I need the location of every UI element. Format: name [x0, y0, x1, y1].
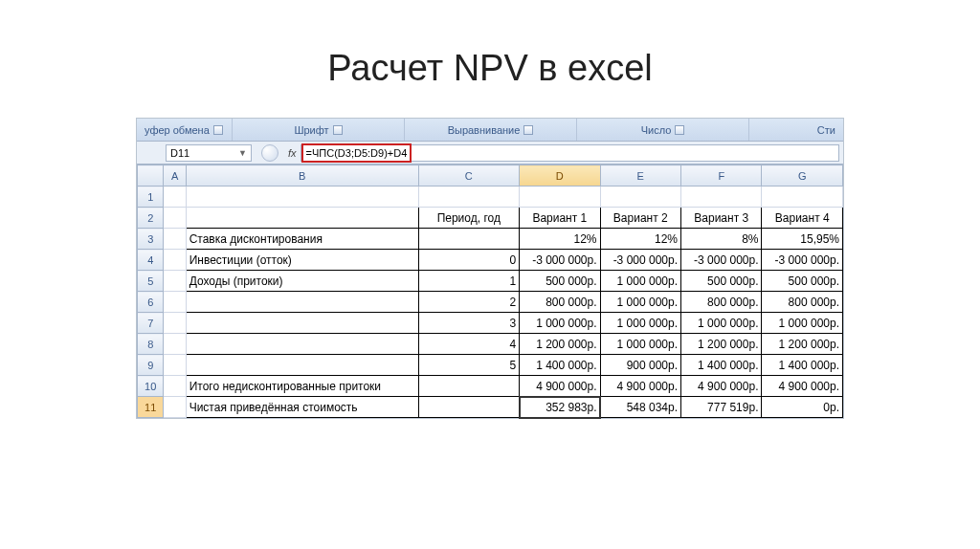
cell[interactable]: Доходы (притоки) — [186, 271, 418, 292]
cell[interactable]: 5 — [418, 355, 520, 376]
row-header[interactable]: 4 — [138, 250, 164, 271]
cell[interactable]: 1 200 000р. — [681, 334, 762, 355]
cell[interactable]: -3 000 000р. — [520, 250, 600, 271]
col-header-D[interactable]: D — [520, 165, 600, 187]
cell[interactable]: 1 000 000р. — [520, 313, 600, 334]
ribbon-group-font[interactable]: Шрифт — [233, 119, 405, 141]
cell[interactable]: 4 — [418, 334, 520, 355]
cell[interactable] — [186, 334, 418, 355]
cell[interactable]: -3 000 000р. — [600, 250, 680, 271]
cell[interactable] — [418, 187, 520, 208]
row-header[interactable]: 5 — [138, 271, 164, 292]
cell[interactable]: -3 000 000р. — [762, 250, 843, 271]
cell[interactable]: 8% — [681, 229, 762, 250]
cell[interactable]: 4 900 000р. — [762, 376, 843, 397]
cell[interactable]: 0 — [418, 250, 520, 271]
fx-icon[interactable]: fx — [288, 147, 297, 159]
cell[interactable]: 1 200 000р. — [520, 334, 600, 355]
row-header[interactable]: 8 — [138, 334, 164, 355]
cell[interactable] — [164, 208, 186, 229]
dialog-launcher-icon[interactable] — [523, 125, 533, 135]
cell[interactable]: 3 — [418, 313, 520, 334]
cell[interactable]: 12% — [600, 229, 680, 250]
name-box[interactable]: D11 ▼ — [166, 144, 252, 162]
cell[interactable] — [164, 313, 186, 334]
cell[interactable]: Ставка дисконтирования — [186, 229, 418, 250]
cell[interactable]: 4 900 000р. — [520, 376, 600, 397]
cell[interactable]: 777 519р. — [681, 397, 762, 418]
ribbon-group-styles[interactable]: Сти — [749, 119, 843, 141]
col-header-E[interactable]: E — [600, 165, 680, 187]
cell[interactable] — [164, 250, 186, 271]
select-all-corner[interactable] — [138, 165, 164, 187]
ribbon-group-number[interactable]: Число — [577, 119, 749, 141]
cell[interactable]: 800 000р. — [520, 292, 600, 313]
cell[interactable]: Вариант 1 — [520, 208, 600, 229]
row-header[interactable]: 10 — [138, 376, 164, 397]
cell[interactable] — [762, 187, 843, 208]
col-header-F[interactable]: F — [681, 165, 762, 187]
dialog-launcher-icon[interactable] — [333, 125, 343, 135]
cell[interactable] — [186, 208, 418, 229]
cell[interactable]: Период, год — [418, 208, 520, 229]
cell[interactable] — [164, 355, 186, 376]
cell[interactable]: Инвестиции (отток) — [186, 250, 418, 271]
cell[interactable]: 1 — [418, 271, 520, 292]
cell[interactable] — [164, 334, 186, 355]
cell[interactable] — [164, 187, 186, 208]
cell[interactable] — [164, 271, 186, 292]
formula-input[interactable]: =ЧПС(D3;D5:D9)+D4 — [301, 144, 839, 162]
cell[interactable] — [418, 376, 520, 397]
cell[interactable]: 548 034р. — [600, 397, 680, 418]
col-header-A[interactable]: A — [164, 165, 186, 187]
ribbon-group-clipboard[interactable]: уфер обмена — [137, 119, 233, 141]
cell[interactable] — [186, 355, 418, 376]
cell[interactable] — [164, 292, 186, 313]
cell[interactable] — [164, 229, 186, 250]
cell[interactable]: 500 000р. — [681, 271, 762, 292]
ribbon-group-alignment[interactable]: Выравнивание — [405, 119, 577, 141]
cell[interactable]: 1 000 000р. — [600, 334, 680, 355]
cell[interactable]: 4 900 000р. — [681, 376, 762, 397]
row-header[interactable]: 3 — [138, 229, 164, 250]
chevron-down-icon[interactable]: ▼ — [238, 148, 247, 158]
cell[interactable]: 1 000 000р. — [600, 271, 680, 292]
worksheet[interactable]: A B C D E F G 1 2 Период, год Вариант 1 — [137, 165, 843, 418]
cell[interactable]: 1 400 000р. — [762, 355, 843, 376]
cell[interactable] — [681, 187, 762, 208]
cell[interactable] — [186, 292, 418, 313]
cell[interactable] — [600, 187, 680, 208]
row-header[interactable]: 1 — [138, 187, 164, 208]
cell[interactable]: 1 200 000р. — [762, 334, 843, 355]
cell[interactable]: 1 000 000р. — [600, 292, 680, 313]
cancel-formula-button[interactable] — [261, 144, 278, 162]
cell[interactable] — [186, 313, 418, 334]
row-header[interactable]: 6 — [138, 292, 164, 313]
cell[interactable]: Чистая приведённая стоимость — [186, 397, 418, 418]
cell[interactable]: 15,95% — [762, 229, 843, 250]
cell[interactable] — [418, 397, 520, 418]
cell[interactable] — [164, 376, 186, 397]
cell[interactable]: 1 400 000р. — [681, 355, 762, 376]
active-cell[interactable]: 352 983р. — [520, 397, 600, 418]
cell[interactable]: 1 000 000р. — [600, 313, 680, 334]
cell[interactable]: 0р. — [762, 397, 843, 418]
row-header[interactable]: 2 — [138, 208, 164, 229]
cell[interactable]: 12% — [520, 229, 600, 250]
cell[interactable]: 800 000р. — [762, 292, 843, 313]
cell[interactable]: -3 000 000р. — [681, 250, 762, 271]
col-header-B[interactable]: B — [186, 165, 418, 187]
cell[interactable]: 4 900 000р. — [600, 376, 680, 397]
cell[interactable]: 1 000 000р. — [762, 313, 843, 334]
cell[interactable]: 1 000 000р. — [681, 313, 762, 334]
col-header-C[interactable]: C — [418, 165, 520, 187]
cell[interactable] — [164, 397, 186, 418]
cell[interactable]: 500 000р. — [520, 271, 600, 292]
cell[interactable] — [520, 187, 600, 208]
cell[interactable]: Вариант 4 — [762, 208, 843, 229]
col-header-G[interactable]: G — [762, 165, 843, 187]
cell[interactable]: 900 000р. — [600, 355, 680, 376]
cell[interactable]: 1 400 000р. — [520, 355, 600, 376]
row-header[interactable]: 11 — [138, 397, 164, 418]
cell[interactable]: Вариант 3 — [681, 208, 762, 229]
